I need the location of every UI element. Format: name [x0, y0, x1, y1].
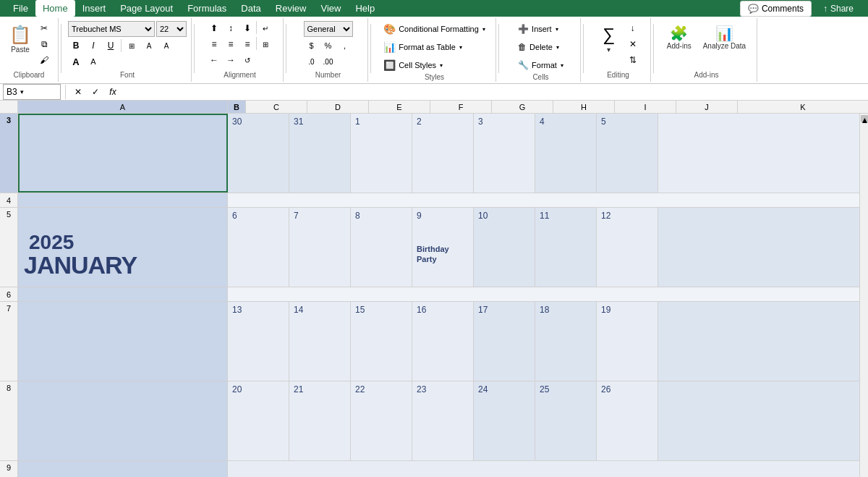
share-button[interactable]: ↑ Share: [814, 1, 862, 16]
cell-J3[interactable]: [658, 114, 859, 193]
cell-A6[interactable]: [18, 287, 228, 301]
cell-E8[interactable]: 22: [351, 381, 412, 460]
menu-insert[interactable]: Insert: [75, 0, 114, 17]
row-header-5[interactable]: 5: [0, 208, 17, 287]
cell-I7[interactable]: 19: [597, 302, 658, 381]
font-name-select[interactable]: Trebuchet MS: [68, 21, 155, 37]
menu-home[interactable]: Home: [35, 0, 75, 17]
col-header-F[interactable]: F: [430, 101, 492, 113]
fill-color-button[interactable]: A: [141, 38, 157, 53]
increase-indent-button[interactable]: →: [223, 53, 239, 67]
cell-F8[interactable]: 23: [412, 381, 474, 460]
cell-I5[interactable]: 12: [597, 208, 658, 287]
menu-pagelayout[interactable]: Page Layout: [113, 0, 180, 17]
cell-I3[interactable]: 5: [597, 114, 658, 193]
copy-button[interactable]: ⧉: [36, 37, 52, 51]
menu-formulas[interactable]: Formulas: [180, 0, 234, 17]
col-header-I[interactable]: I: [615, 101, 676, 113]
cell-J5[interactable]: [658, 208, 859, 287]
cell-C5[interactable]: 6: [228, 208, 289, 287]
vertical-scrollbar[interactable]: ▲ ▼: [859, 114, 868, 477]
cell-G7[interactable]: 17: [474, 302, 535, 381]
align-bottom-button[interactable]: ⬇: [239, 21, 255, 35]
cell-D5[interactable]: 7: [289, 208, 351, 287]
cell-ref-dropdown[interactable]: ▾: [20, 88, 24, 96]
function-wizard-button[interactable]: fx: [105, 85, 121, 99]
row-header-4[interactable]: 4: [0, 193, 17, 208]
cell-A8[interactable]: [18, 381, 228, 460]
format-as-table-button[interactable]: 📊 Format as Table ▾: [380, 39, 489, 55]
col-header-K[interactable]: K: [738, 101, 868, 113]
col-header-A[interactable]: A: [18, 101, 228, 113]
sort-filter-button[interactable]: ⇅: [625, 53, 641, 67]
paste-button[interactable]: 📋 Paste: [6, 21, 35, 56]
col-header-D[interactable]: D: [307, 101, 369, 113]
insert-button[interactable]: ➕ Insert ▾: [514, 21, 567, 37]
font-color-button[interactable]: A: [158, 38, 174, 53]
cell-H5[interactable]: 11: [535, 208, 597, 287]
format-button[interactable]: 🔧 Format ▾: [514, 57, 567, 73]
italic-button[interactable]: I: [85, 38, 101, 53]
row-header-8[interactable]: 8: [0, 381, 17, 461]
increase-font-button[interactable]: A: [68, 54, 84, 69]
row-header-7[interactable]: 7: [0, 302, 17, 381]
analyze-data-button[interactable]: 📊 Analyze Data: [699, 21, 749, 52]
fill-button[interactable]: ↓: [625, 21, 641, 35]
row-header-9[interactable]: 9: [0, 461, 17, 477]
cell-C3[interactable]: 30: [228, 114, 289, 193]
delete-button[interactable]: 🗑 Delete ▾: [514, 39, 567, 55]
format-painter-button[interactable]: 🖌: [36, 53, 52, 67]
cell-E3[interactable]: 1: [351, 114, 412, 193]
align-left-button[interactable]: ≡: [206, 37, 222, 51]
cell-A9[interactable]: [18, 461, 228, 477]
cell-I8[interactable]: 26: [597, 381, 658, 460]
conditional-formatting-button[interactable]: 🎨 Conditional Formatting ▾: [380, 21, 489, 37]
cell-E7[interactable]: 15: [351, 302, 412, 381]
confirm-input-button[interactable]: ✓: [88, 85, 103, 99]
col-header-J[interactable]: J: [676, 101, 738, 113]
comma-button[interactable]: ,: [337, 38, 353, 53]
accounting-button[interactable]: $: [304, 38, 320, 53]
cell-H3[interactable]: 4: [535, 114, 597, 193]
comments-button[interactable]: 💬 Comments: [740, 1, 812, 17]
cell-H7[interactable]: 18: [535, 302, 597, 381]
cell-G5[interactable]: 10: [474, 208, 535, 287]
cell-D8[interactable]: 21: [289, 381, 351, 460]
decrease-decimal-button[interactable]: .0: [304, 54, 320, 69]
col-header-G[interactable]: G: [492, 101, 553, 113]
cell-A7[interactable]: [18, 302, 228, 381]
col-header-C[interactable]: C: [246, 101, 307, 113]
cell-reference-box[interactable]: B3 ▾: [3, 84, 61, 100]
cancel-input-button[interactable]: ✕: [70, 85, 86, 99]
menu-data[interactable]: Data: [234, 0, 268, 17]
menu-file[interactable]: File: [6, 0, 35, 17]
cell-J8[interactable]: [658, 381, 859, 460]
align-top-button[interactable]: ⬆: [206, 21, 222, 35]
menu-help[interactable]: Help: [348, 0, 382, 17]
percent-button[interactable]: %: [320, 38, 336, 53]
row-header-6[interactable]: 6: [0, 287, 17, 302]
cell-B3-selected[interactable]: [18, 114, 228, 193]
cell-G3[interactable]: 3: [474, 114, 535, 193]
increase-decimal-button[interactable]: .00: [320, 54, 336, 69]
col-header-H[interactable]: H: [553, 101, 615, 113]
cell-F3[interactable]: 2: [412, 114, 474, 193]
text-direction-button[interactable]: ↺: [239, 53, 255, 67]
underline-button[interactable]: U: [103, 38, 119, 53]
cell-G8[interactable]: 24: [474, 381, 535, 460]
cut-button[interactable]: ✂: [36, 21, 52, 35]
cell-D3[interactable]: 31: [289, 114, 351, 193]
formula-input[interactable]: [124, 84, 865, 100]
decrease-font-button[interactable]: A: [85, 54, 101, 69]
sum-button[interactable]: ∑ ▾: [596, 21, 622, 56]
cell-C8[interactable]: 20: [228, 381, 289, 460]
cell-F5[interactable]: 9 BirthdayParty: [412, 208, 474, 287]
clear-button[interactable]: ✕: [625, 37, 641, 51]
scroll-up-arrow[interactable]: ▲: [861, 115, 868, 122]
cell-J7[interactable]: [658, 302, 859, 381]
cell-H8[interactable]: 25: [535, 381, 597, 460]
bold-button[interactable]: B: [68, 38, 84, 53]
align-right-button[interactable]: ≡: [239, 37, 255, 51]
addins-button[interactable]: 🧩 Add-ins: [663, 21, 695, 52]
cell-A5-month[interactable]: 2025 JANUARY: [18, 208, 228, 287]
